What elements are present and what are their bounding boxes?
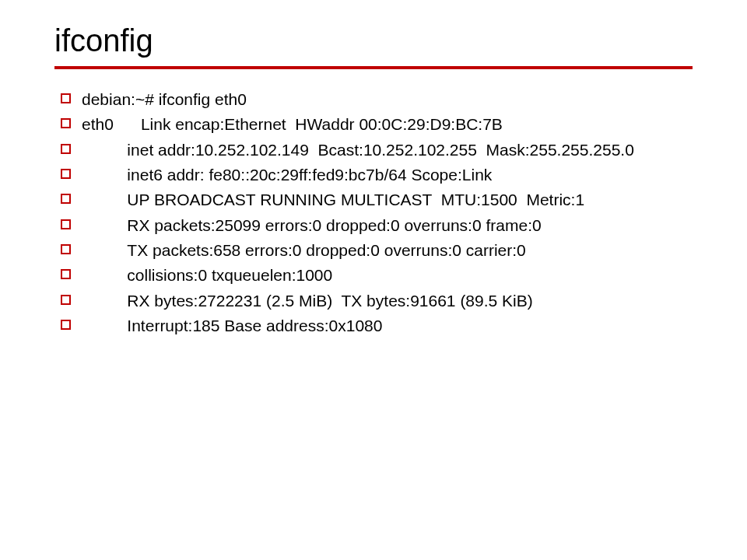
list-item: RX packets:25099 errors:0 dropped:0 over… <box>61 215 693 236</box>
list-item-text: Interrupt:185 Base address:0x1080 <box>82 315 693 337</box>
list-item-text: RX bytes:2722231 (2.5 MiB) TX bytes:9166… <box>82 290 693 312</box>
list-item-text: inet addr:10.252.102.149 Bcast:10.252.10… <box>82 139 693 161</box>
list-item: TX packets:658 errors:0 dropped:0 overru… <box>61 240 693 261</box>
list-item: collisions:0 txqueuelen:1000 <box>61 264 693 286</box>
list-item: debian:~# ifconfig eth0 <box>61 89 693 110</box>
list-item-text: inet6 addr: fe80::20c:29ff:fed9:bc7b/64 … <box>82 164 693 186</box>
square-bullet-icon <box>61 93 71 103</box>
square-bullet-icon <box>61 219 71 229</box>
list-item: Interrupt:185 Base address:0x1080 <box>61 315 693 337</box>
square-bullet-icon <box>61 118 71 128</box>
list-item: UP BROADCAST RUNNING MULTICAST MTU:1500 … <box>61 189 693 211</box>
content-area: debian:~# ifconfig eth0 eth0 Link encap:… <box>54 89 693 337</box>
title-underline <box>54 66 693 69</box>
square-bullet-icon <box>61 244 71 254</box>
square-bullet-icon <box>61 194 71 204</box>
square-bullet-icon <box>61 169 71 179</box>
list-item-text: debian:~# ifconfig eth0 <box>82 89 693 110</box>
square-bullet-icon <box>61 144 71 154</box>
list-item-text: UP BROADCAST RUNNING MULTICAST MTU:1500 … <box>82 189 693 211</box>
square-bullet-icon <box>61 320 71 330</box>
list-item-text: eth0 Link encap:Ethernet HWaddr 00:0C:29… <box>82 114 693 135</box>
slide-title: ifconfig <box>54 23 693 58</box>
slide: ifconfig debian:~# ifconfig eth0 eth0 Li… <box>0 0 747 560</box>
list-item: inet6 addr: fe80::20c:29ff:fed9:bc7b/64 … <box>61 164 693 186</box>
list-item: eth0 Link encap:Ethernet HWaddr 00:0C:29… <box>61 114 693 135</box>
list-item-text: TX packets:658 errors:0 dropped:0 overru… <box>82 240 693 261</box>
list-item: RX bytes:2722231 (2.5 MiB) TX bytes:9166… <box>61 290 693 312</box>
list-item-text: RX packets:25099 errors:0 dropped:0 over… <box>82 215 693 236</box>
square-bullet-icon <box>61 295 71 305</box>
square-bullet-icon <box>61 269 71 279</box>
list-item-text: collisions:0 txqueuelen:1000 <box>82 264 693 286</box>
list-item: inet addr:10.252.102.149 Bcast:10.252.10… <box>61 139 693 161</box>
